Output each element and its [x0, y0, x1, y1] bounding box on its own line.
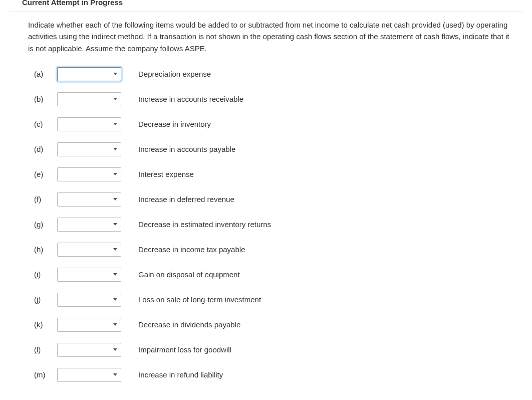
item-row: (d)Increase in accounts payable: [34, 142, 532, 156]
answer-select[interactable]: [57, 142, 121, 156]
items-list: (a)Depreciation expense(b)Increase in ac…: [0, 67, 532, 382]
answer-select[interactable]: [57, 243, 121, 257]
item-row: (h)Decrease in income tax payable: [34, 243, 532, 257]
item-row: (f)Increase in deferred revenue: [34, 192, 532, 207]
item-label: (g): [34, 220, 57, 229]
answer-select[interactable]: [57, 368, 121, 382]
answer-select[interactable]: [57, 117, 121, 131]
item-description: Interest expense: [138, 170, 194, 178]
item-row: (i)Gain on disposal of equipment: [34, 268, 532, 282]
answer-select[interactable]: [57, 343, 121, 357]
item-description: Increase in deferred revenue: [138, 195, 234, 204]
item-label: (f): [34, 195, 57, 204]
attempt-header: Current Attempt in Progress: [0, 0, 532, 12]
item-row: (a)Depreciation expense: [34, 67, 532, 81]
item-description: Decrease in inventory: [138, 120, 211, 128]
item-label: (c): [34, 120, 57, 128]
item-description: Loss on sale of long-term investment: [138, 295, 261, 304]
item-label: (l): [34, 345, 57, 354]
item-row: (e)Interest expense: [34, 167, 532, 181]
item-label: (m): [34, 370, 57, 379]
item-label: (k): [34, 320, 57, 329]
answer-select[interactable]: [57, 92, 121, 106]
item-label: (e): [34, 170, 57, 178]
answer-select[interactable]: [57, 67, 121, 81]
divider: [9, 12, 523, 12]
item-description: Decrease in estimated inventory returns: [138, 220, 271, 229]
answer-select[interactable]: [57, 318, 121, 332]
item-row: (l)Impairment loss for goodwill: [34, 343, 532, 357]
item-label: (i): [34, 270, 57, 279]
item-description: Decrease in income tax payable: [138, 245, 245, 254]
item-label: (d): [34, 145, 57, 153]
item-label: (j): [34, 295, 57, 304]
item-label: (b): [34, 95, 57, 103]
item-description: Increase in accounts payable: [138, 145, 235, 153]
answer-select[interactable]: [57, 167, 121, 181]
attempt-title: Current Attempt in Progress: [22, 0, 123, 7]
item-row: (c)Decrease in inventory: [34, 117, 532, 131]
answer-select[interactable]: [57, 268, 121, 282]
item-row: (j)Loss on sale of long-term investment: [34, 293, 532, 307]
item-description: Increase in refund liability: [138, 370, 223, 379]
item-row: (b)Increase in accounts receivable: [34, 92, 532, 106]
item-label: (a): [34, 70, 57, 78]
question-instructions: Indicate whether each of the following i…: [0, 19, 532, 54]
item-description: Gain on disposal of equipment: [138, 270, 240, 279]
item-row: (g)Decrease in estimated inventory retur…: [34, 218, 532, 232]
item-description: Decrease in dividends payable: [138, 320, 240, 329]
item-description: Increase in accounts receivable: [138, 95, 243, 103]
item-row: (k)Decrease in dividends payable: [34, 318, 532, 332]
item-label: (h): [34, 245, 57, 254]
answer-select[interactable]: [57, 218, 121, 232]
item-description: Impairment loss for goodwill: [138, 345, 231, 354]
item-row: (m)Increase in refund liability: [34, 368, 532, 382]
answer-select[interactable]: [57, 192, 121, 207]
answer-select[interactable]: [57, 293, 121, 307]
question-page: Current Attempt in Progress Indicate whe…: [0, 0, 532, 382]
item-description: Depreciation expense: [138, 70, 211, 78]
